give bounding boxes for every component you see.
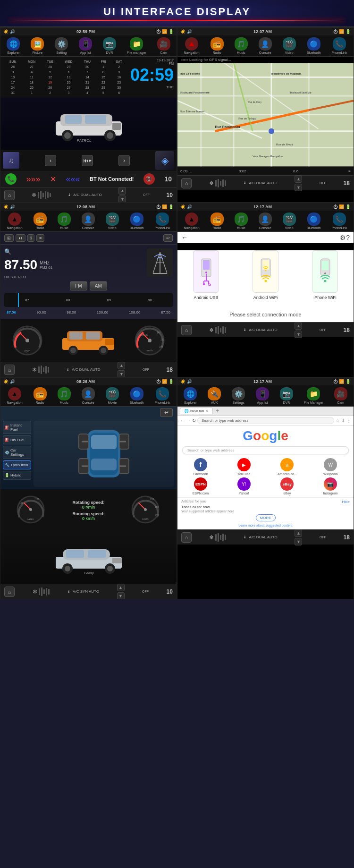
back-nav-arrow[interactable]: ← [180, 418, 185, 423]
nav-cam[interactable]: 🎥 Cam [157, 37, 170, 54]
new-tab-plus-icon[interactable]: + [216, 408, 219, 414]
bookmark-icon[interactable]: ☆ [336, 418, 340, 423]
preset-4[interactable]: 106.00 [97, 310, 108, 315]
call-button[interactable]: 📞 [5, 173, 17, 185]
nav-navigation-4[interactable]: ▲ Navigation [184, 213, 200, 230]
nav-phonelink-4[interactable]: 📞 PhoneLink [331, 213, 347, 230]
shortcut-wikipedia[interactable]: W Wikipedia [310, 458, 351, 476]
preset-3[interactable]: 98.00 [67, 310, 76, 315]
shortcut-ebay[interactable]: eBay eBay [267, 477, 308, 495]
nav-radio-4[interactable]: 📻 Radio [211, 213, 224, 230]
down-arrow-1[interactable]: ▼ [118, 196, 126, 203]
nav-phonelink-2[interactable]: 📞 PhoneLink [331, 37, 347, 54]
nav-aux-6[interactable]: 🔌 AUX [208, 387, 221, 404]
up-arrow-2[interactable]: ▲ [295, 175, 302, 183]
down-arrow-6[interactable]: ▼ [295, 538, 302, 545]
car-settings-item[interactable]: ⚙️ Car Settings [3, 446, 31, 459]
nav-phonelink-5[interactable]: 📞 PhoneLink [154, 387, 170, 404]
nav-music-2[interactable]: 🎵 Music [235, 37, 248, 54]
nav-console-4[interactable]: 👤 Console [259, 213, 272, 230]
his-fuel-item[interactable]: ⛽ His Fuel [3, 435, 31, 444]
nav-video-2[interactable]: 🎬 Video [283, 37, 296, 54]
back-button-4[interactable]: ← [181, 234, 188, 241]
nav-radio-5[interactable]: 📻 Radio [34, 387, 47, 404]
android-wifi-option[interactable]: Android WiFi [253, 250, 278, 300]
home-button-3[interactable]: ⌂ [4, 365, 15, 375]
nav-explorer-6[interactable]: 🌐 Explorer [184, 387, 197, 404]
radio-info-btn[interactable]: ℹ [27, 234, 34, 242]
nav-filemanager[interactable]: 📁 File manager [127, 37, 146, 54]
nav-video-4[interactable]: 🎬 Video [283, 213, 296, 230]
download-icon[interactable]: ⬇ [341, 418, 345, 423]
preset-1[interactable]: 87.50 [7, 310, 16, 315]
nav-console-3[interactable]: 👤 Console [82, 213, 95, 230]
up-arrow-3[interactable]: ▲ [118, 362, 125, 369]
down-arrow-4[interactable]: ▼ [295, 331, 302, 338]
radio-preset-btn[interactable]: ⊞ [4, 234, 14, 242]
up-arrow-4[interactable]: ▲ [295, 322, 302, 330]
help-button-4[interactable]: ? [346, 234, 350, 241]
nav-dvr-6[interactable]: 📷 DVR [280, 387, 293, 404]
next-button[interactable]: › [118, 155, 130, 166]
nav-applist[interactable]: 📱 App list [79, 37, 92, 54]
preset-2[interactable]: 90.00 [37, 310, 46, 315]
iphone-wifi-option[interactable]: iPhone WiFi [312, 250, 338, 300]
shortcut-yahoo[interactable]: Y! Yahoo! [223, 477, 265, 495]
tpms-info-item[interactable]: 🔧 Tpms Infor [3, 460, 31, 469]
url-input[interactable]: Search or type web address [197, 417, 334, 424]
home-button-4[interactable]: ⌂ [181, 325, 192, 335]
up-arrow-1[interactable]: ▲ [118, 187, 126, 195]
down-arrow-2[interactable]: ▼ [295, 184, 302, 191]
nav-phonelink-3[interactable]: 📞 PhoneLink [154, 213, 170, 230]
down-arrow-5[interactable]: ▼ [117, 592, 125, 600]
radio-eq-btn[interactable]: ≡ [36, 234, 44, 242]
end-call-button[interactable]: 📵 [143, 173, 155, 185]
preset-6[interactable]: 87.50 [161, 310, 170, 315]
android-usb-option[interactable]: Android USB [193, 250, 219, 300]
hybrid-item[interactable]: 🔋 Hybrid [3, 471, 31, 480]
nav-music-3[interactable]: 🎵 Music [58, 213, 71, 230]
nav-bluetooth-4[interactable]: 🔵 Bluetooth [307, 213, 321, 230]
menu-dots-icon[interactable]: ⋮ [346, 418, 351, 423]
shortcut-facebook[interactable]: f Facebook [180, 458, 221, 476]
hide-link[interactable]: Hide [342, 500, 350, 504]
nav-filemanager-6[interactable]: 📁 File Manager [304, 387, 323, 404]
shortcut-youtube[interactable]: ▶ YouTube [223, 458, 265, 476]
home-button-5[interactable]: ⌂ [4, 587, 15, 597]
nav-bluetooth-5[interactable]: 🔵 Bluetooth [130, 387, 144, 404]
learn-more-link[interactable]: Learn more about suggested content [181, 523, 350, 528]
nav-setting[interactable]: ⚙️ Setting [55, 37, 68, 54]
nav-applist-6[interactable]: 📱 App list [256, 387, 269, 404]
nav-settings-6[interactable]: ⚙️ Settings [232, 387, 245, 404]
nav-movie-5[interactable]: 🎬 Movie [106, 387, 119, 404]
nav-navigation[interactable]: Navigation [184, 37, 200, 54]
home-button-1[interactable]: ⌂ [4, 190, 15, 200]
browser-tab-newtab[interactable]: 🌐 New tab ✕ [180, 408, 213, 414]
nav-dvr[interactable]: 📷 DVR [103, 37, 116, 54]
up-arrow-5[interactable]: ▲ [117, 584, 125, 591]
nav-picture[interactable]: 🖼️ Picture [31, 37, 44, 54]
down-arrow-3[interactable]: ▼ [118, 370, 125, 378]
shortcut-instagram[interactable]: 📷 Instagram [310, 477, 351, 495]
nav-navigation-5[interactable]: ▲ Navigation [7, 387, 23, 404]
fm-button[interactable]: FM [70, 281, 87, 290]
nav-console-2[interactable]: 👤 Console [259, 37, 272, 54]
forward-nav-arrow[interactable]: → [186, 418, 191, 423]
preset-5[interactable]: 108.00 [129, 310, 140, 315]
nav-navigation-3[interactable]: ▲ Navigation [7, 213, 23, 230]
settings-button-4[interactable]: ⚙ [340, 234, 346, 241]
tab-close-icon[interactable]: ✕ [205, 409, 209, 413]
home-button-6[interactable]: ⌂ [181, 532, 192, 543]
shortcut-amazon[interactable]: a Amazon.co... [267, 458, 308, 476]
home-button-2[interactable]: ⌂ [181, 178, 192, 188]
more-button[interactable]: MORE [256, 514, 276, 521]
am-button[interactable]: AM [90, 281, 107, 290]
radio-scan-btn[interactable]: ⏯ [16, 234, 25, 242]
back-button-5[interactable]: ↩ [160, 408, 173, 417]
nav-radio-3[interactable]: 📻 Radio [34, 213, 47, 230]
play-pause-button[interactable]: ⏮▶ [82, 155, 93, 166]
google-search-box[interactable]: Search or type web address [182, 446, 349, 454]
reload-icon[interactable]: ↻ [192, 418, 196, 423]
radio-back-btn[interactable]: ↩ [163, 234, 173, 242]
nav-music-4[interactable]: 🎵 Music [235, 213, 248, 230]
